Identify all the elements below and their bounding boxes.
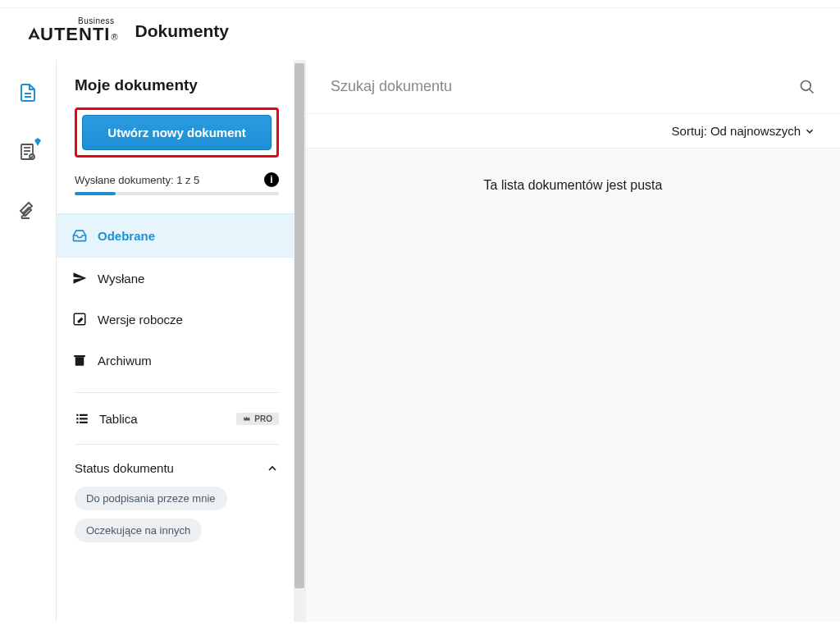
list-icon xyxy=(75,411,89,426)
chevron-down-icon xyxy=(804,126,815,137)
sidebar-title: Moje dokumenty xyxy=(75,76,279,94)
folder-inbox-label: Odebrane xyxy=(98,229,155,243)
rail-documents-icon[interactable] xyxy=(18,83,38,103)
create-document-button[interactable]: Utwórz nowy dokument xyxy=(82,115,272,150)
header: Business UTENTI® Dokumenty xyxy=(0,8,840,60)
rail-certificates-icon[interactable] xyxy=(18,142,38,162)
divider xyxy=(75,392,279,393)
svg-rect-11 xyxy=(74,355,85,357)
folder-drafts[interactable]: Wersje robocze xyxy=(57,299,294,340)
svg-rect-0 xyxy=(31,36,36,38)
search-icon[interactable] xyxy=(799,79,815,95)
folder-sent[interactable]: Wysłane xyxy=(57,258,294,299)
scrollbar-thumb[interactable] xyxy=(294,63,304,588)
sidebar-item-tablica[interactable]: Tablica PRO xyxy=(75,404,279,432)
status-section-header[interactable]: Status dokumentu xyxy=(75,456,279,487)
svg-rect-15 xyxy=(80,418,88,419)
logo-text: UTENTI xyxy=(40,24,110,45)
sort-label: Sortuj: xyxy=(672,124,707,138)
svg-rect-14 xyxy=(76,418,78,419)
main-content: Sortuj: Od najnowszych Ta lista dokument… xyxy=(305,60,840,622)
sort-value: Od najnowszych xyxy=(710,124,801,138)
folder-archive-label: Archiwum xyxy=(98,354,152,368)
svg-rect-10 xyxy=(75,357,84,366)
divider-2 xyxy=(75,444,279,445)
svg-rect-16 xyxy=(76,422,78,423)
top-border xyxy=(0,0,840,8)
quota-row: Wysłane dokumenty: 1 z 5 i xyxy=(75,172,279,187)
chip-to-sign[interactable]: Do podpisania przeze mnie xyxy=(75,487,227,510)
pro-badge-text: PRO xyxy=(254,414,272,423)
folder-archive[interactable]: Archiwum xyxy=(57,340,294,381)
svg-point-18 xyxy=(801,80,811,90)
svg-rect-13 xyxy=(80,414,88,416)
logo-main: UTENTI® xyxy=(26,24,119,45)
trash-icon xyxy=(71,353,88,368)
chip-waiting[interactable]: Oczekujące na innych xyxy=(75,519,202,542)
create-button-highlight: Utwórz nowy dokument xyxy=(75,107,279,158)
layout: Moje dokumenty Utwórz nowy dokument Wysł… xyxy=(0,60,840,622)
search-bar xyxy=(306,60,840,114)
sort-control[interactable]: Sortuj: Od najnowszych xyxy=(306,114,840,149)
quota-bar xyxy=(75,192,279,195)
empty-list-message: Ta lista dokumentów jest pusta xyxy=(306,149,840,222)
info-icon[interactable]: i xyxy=(264,172,279,187)
diamond-badge-icon xyxy=(33,137,43,147)
rail-sign-icon[interactable] xyxy=(18,201,38,221)
search-input[interactable] xyxy=(331,78,799,95)
logo[interactable]: Business UTENTI® xyxy=(26,16,119,45)
page-title: Dokumenty xyxy=(135,21,229,41)
pro-badge: PRO xyxy=(236,413,279,425)
status-header-label: Status dokumentu xyxy=(75,461,174,475)
chevron-up-icon xyxy=(266,462,279,475)
sidebar: Moje dokumenty Utwórz nowy dokument Wysł… xyxy=(56,60,294,622)
quota-label: Wysłane dokumenty: 1 z 5 xyxy=(75,174,199,186)
logo-a-icon xyxy=(26,25,42,41)
svg-line-19 xyxy=(810,89,814,93)
crown-icon xyxy=(243,414,251,423)
inbox-icon xyxy=(71,227,88,244)
tablica-label: Tablica xyxy=(99,412,138,426)
draft-icon xyxy=(71,312,88,327)
folder-drafts-label: Wersje robocze xyxy=(98,313,183,327)
send-icon xyxy=(71,271,88,286)
quota-fill xyxy=(75,192,116,195)
registered-mark: ® xyxy=(111,32,118,42)
svg-rect-12 xyxy=(76,414,78,416)
status-chips: Do podpisania przeze mnie Oczekujące na … xyxy=(75,487,279,551)
folder-inbox[interactable]: Odebrane xyxy=(57,213,294,258)
folder-sent-label: Wysłane xyxy=(98,272,144,286)
nav-rail xyxy=(0,60,56,622)
folder-list: Odebrane Wysłane Wersje robocze xyxy=(75,213,279,381)
svg-rect-17 xyxy=(80,422,88,423)
